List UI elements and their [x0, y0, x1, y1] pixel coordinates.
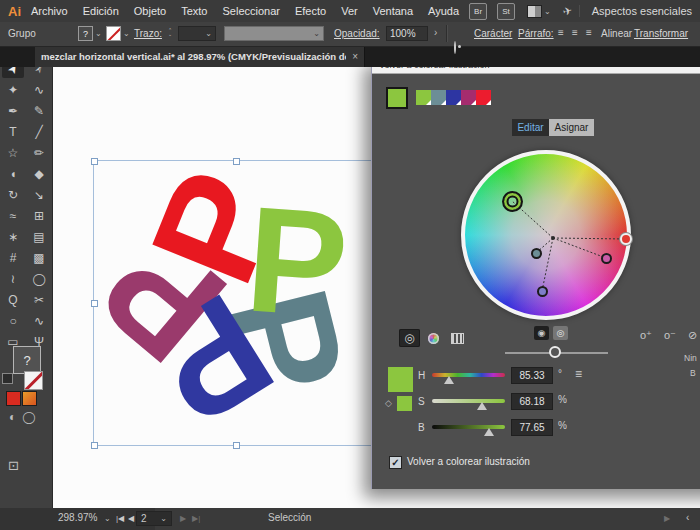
chevron-down-icon[interactable]: ⌄	[123, 29, 130, 38]
paragraph-panel-link[interactable]: Párrafo:	[518, 28, 554, 39]
menu-ayuda[interactable]: Ayuda	[428, 5, 459, 17]
free-transform-tool[interactable]: ⊞	[28, 206, 50, 225]
align-right-icon[interactable]: ≡	[586, 28, 597, 38]
width-tool[interactable]: ≈	[2, 206, 24, 225]
status-collapse-arrow[interactable]: ‹	[686, 512, 689, 523]
gradient-tool[interactable]: ▩	[28, 248, 50, 267]
selection-handle[interactable]	[91, 300, 98, 307]
stroke-color-swatch[interactable]	[106, 26, 121, 41]
slice-tool[interactable]: ✂	[28, 290, 50, 309]
menu-objeto[interactable]: Objeto	[134, 5, 166, 17]
menu-archivo[interactable]: Archivo	[31, 5, 68, 17]
brightness-slider-knob[interactable]	[549, 346, 561, 358]
recolor-checkbox[interactable]: ✓	[389, 456, 402, 469]
first-artboard-button[interactable]: |◀	[116, 514, 124, 523]
wheel-marker-red[interactable]	[620, 233, 632, 245]
color-bars-view-button[interactable]	[447, 329, 468, 347]
menu-ver[interactable]: Ver	[341, 5, 358, 17]
wheel-marker-magenta[interactable]	[601, 253, 612, 264]
brush-definition-dropdown[interactable]: ⌄	[224, 26, 324, 41]
stroke-weight-link[interactable]: Trazo:	[134, 28, 162, 39]
gamut-color-swatch[interactable]	[397, 396, 412, 411]
brightness-slider-track2[interactable]	[432, 425, 505, 429]
status-panel-arrow[interactable]: ▶	[664, 514, 670, 523]
previous-artboard-button[interactable]: ◀	[128, 514, 134, 523]
pen-tool[interactable]: ✒	[2, 101, 24, 120]
selection-handle[interactable]	[233, 442, 240, 449]
group-color-swatch[interactable]	[461, 90, 476, 105]
align-left-icon[interactable]: ≡	[558, 28, 569, 38]
menu-ventana[interactable]: Ventana	[373, 5, 413, 17]
swap-fill-stroke-icon[interactable]	[2, 373, 13, 384]
saturation-slider-track[interactable]	[432, 399, 505, 403]
line-tool[interactable]: ╱	[28, 122, 50, 141]
menu-texto[interactable]: Texto	[181, 5, 207, 17]
fill-color-swatch[interactable]: ?	[78, 26, 93, 41]
group-color-swatch[interactable]	[476, 90, 491, 105]
align-panel-link[interactable]: Alinear	[601, 28, 632, 39]
color-wheel[interactable]	[461, 150, 631, 320]
arrange-documents-button[interactable]: ⌄	[527, 5, 551, 18]
blend-tool[interactable]: ◯	[28, 269, 50, 288]
rotate-tool[interactable]: ↻	[2, 185, 24, 204]
wheel-marker-teal[interactable]	[531, 248, 542, 259]
menu-seleccionar[interactable]: Seleccionar	[222, 5, 279, 17]
change-screen-mode-icon[interactable]: ⊡	[8, 458, 19, 473]
hue-slider-thumb[interactable]	[444, 376, 454, 384]
hue-slider-track[interactable]	[432, 373, 505, 377]
group-color-swatch[interactable]	[416, 90, 431, 105]
bridge-button[interactable]: Br	[469, 3, 487, 20]
type-tool[interactable]: T	[2, 122, 24, 141]
chevron-down-icon[interactable]: ⌄	[95, 29, 102, 38]
opacity-link[interactable]: Opacidad:	[334, 28, 380, 39]
mesh-tool[interactable]: #	[2, 248, 24, 267]
zoom-tool[interactable]: Q	[2, 290, 24, 309]
recolor-artwork-icon[interactable]	[454, 41, 456, 54]
ellipse-tool[interactable]: ○	[2, 311, 24, 330]
draw-behind-mode-icon[interactable]: ◯	[22, 411, 35, 424]
remove-color-tool[interactable]: o⁻	[664, 329, 676, 342]
wheel-marker-blue[interactable]	[537, 286, 548, 297]
menu-edición[interactable]: Edición	[83, 5, 119, 17]
slider-menu-icon[interactable]: ≡	[575, 367, 582, 381]
saturation-value-box[interactable]: 68.18	[511, 393, 553, 410]
transform-panel-link[interactable]: Transformar	[634, 28, 688, 39]
hue-value-box[interactable]: 85.33	[511, 367, 553, 384]
tab-asignar[interactable]: Asignar	[549, 119, 594, 136]
selection-handle[interactable]	[91, 442, 98, 449]
artboard-number-dropdown[interactable]: 2⌄	[136, 511, 172, 526]
workspace-switcher[interactable]: Aspectos esenciales	[579, 5, 700, 17]
add-color-tool[interactable]: o⁺	[640, 329, 652, 342]
unlink-harmony-icon[interactable]: ⊘	[688, 329, 697, 342]
curvature-tool[interactable]: ✎	[28, 101, 50, 120]
character-panel-link[interactable]: Carácter	[474, 28, 512, 39]
eyedropper-tool[interactable]: ≀	[2, 269, 24, 288]
share-icon[interactable]: ✈	[561, 4, 573, 19]
menu-efecto[interactable]: Efecto	[295, 5, 326, 17]
wheel-marker-green-selected[interactable]	[502, 191, 523, 212]
active-color-group-swatch[interactable]	[386, 87, 408, 109]
brightness-value-box[interactable]: 77.65	[511, 419, 553, 436]
fill-indicator-unknown[interactable]: ?	[13, 346, 41, 374]
star-tool[interactable]: ☆	[2, 143, 24, 162]
stroke-weight-stepper[interactable]: ⌃⌄	[168, 28, 172, 36]
group-color-swatch[interactable]	[431, 90, 446, 105]
last-artboard-button[interactable]: ▶|	[192, 514, 200, 523]
eraser-tool[interactable]: ◆	[28, 164, 50, 183]
color-swatch-gradient[interactable]	[22, 391, 37, 406]
brightness-slider-thumb2[interactable]	[484, 428, 494, 436]
opacity-value-box[interactable]: 100%	[386, 26, 428, 41]
align-center-icon[interactable]: ≡	[572, 28, 583, 38]
graph-tool[interactable]: ▤	[28, 227, 50, 246]
stroke-indicator-none[interactable]	[24, 371, 43, 390]
next-artboard-button[interactable]: ▶	[180, 514, 186, 523]
stroke-weight-dropdown[interactable]: ⌄	[178, 26, 216, 41]
scale-tool[interactable]: ↘	[28, 185, 50, 204]
document-tab[interactable]: mezclar horizontal vertical.ai* al 298.9…	[35, 46, 365, 67]
draw-normal-mode-icon[interactable]: ◐	[6, 411, 19, 424]
close-tab-icon[interactable]: ×	[352, 51, 358, 62]
opacity-more-arrow[interactable]: ›	[434, 27, 437, 38]
magic-wand-tool[interactable]: ✦	[2, 80, 24, 99]
current-color-swatch[interactable]	[388, 367, 413, 392]
paintbrush-tool[interactable]: ✏	[28, 143, 50, 162]
